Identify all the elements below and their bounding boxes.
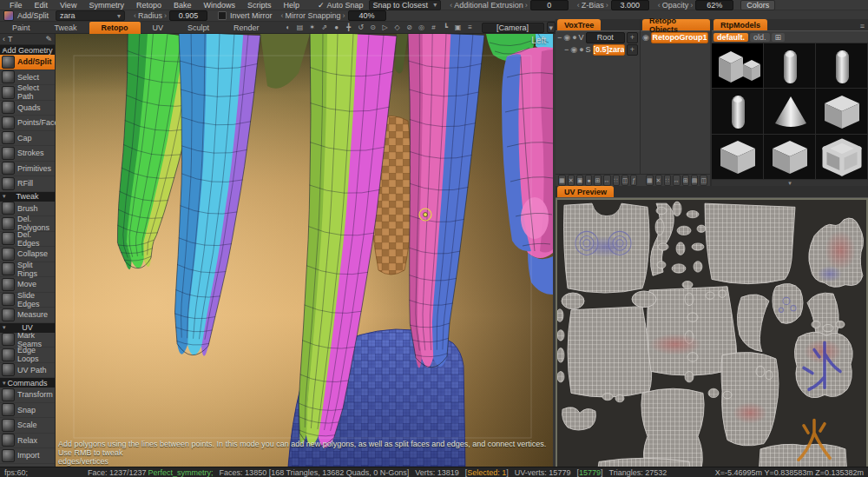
shader-ball-icon[interactable]: ● bbox=[579, 45, 583, 54]
ring-icon[interactable]: ◎ bbox=[418, 23, 426, 31]
frame2-icon[interactable]: ◫ bbox=[700, 175, 707, 186]
menu-retopo[interactable]: Retopo bbox=[130, 1, 168, 10]
auto-snap-checkmark[interactable]: ✓ bbox=[318, 1, 325, 10]
visibility-eye-icon[interactable]: ◉ bbox=[642, 33, 649, 42]
model-thumb-capsule[interactable] bbox=[816, 43, 868, 89]
sidebar-item-quads[interactable]: Quads bbox=[0, 101, 55, 116]
section-add-geometry[interactable]: Add Geometry bbox=[0, 45, 55, 55]
voxtree-layer-name[interactable]: Root bbox=[586, 32, 625, 43]
menu-symmetry[interactable]: Symmetry bbox=[82, 1, 130, 10]
menu-help[interactable]: Help bbox=[277, 1, 306, 10]
section-commands[interactable]: Commands bbox=[0, 378, 55, 388]
model-thumb-cube[interactable] bbox=[712, 135, 764, 180]
panel-menu-icon[interactable]: ≡ bbox=[860, 22, 865, 30]
colors-button[interactable]: Colors bbox=[740, 0, 775, 10]
drop-icon[interactable]: ● bbox=[332, 23, 341, 31]
play-icon[interactable]: ▷ bbox=[381, 23, 390, 31]
sidebar-item-split-rings[interactable]: Split Rings bbox=[0, 262, 55, 278]
sidebar-item-import[interactable]: Import bbox=[0, 448, 55, 464]
grid-icon[interactable]: # bbox=[430, 23, 438, 31]
navigate-icon[interactable]: ⇗ bbox=[320, 23, 329, 31]
more-icon[interactable]: ∷ bbox=[613, 175, 620, 186]
tab-tweak[interactable]: Tweak bbox=[43, 22, 89, 34]
zoom-icon[interactable]: ⊙ bbox=[369, 23, 378, 31]
sidebar-item-rfill[interactable]: RFill bbox=[0, 176, 55, 192]
opacity-field[interactable]: 62% bbox=[695, 0, 733, 10]
subtab-default[interactable]: default. bbox=[713, 33, 748, 42]
section-uv[interactable]: UV bbox=[0, 323, 55, 333]
sidebar-item-transform[interactable]: Transform bbox=[0, 388, 55, 403]
back-icon[interactable]: ‹ bbox=[3, 35, 5, 43]
uv-preview-canvas[interactable] bbox=[556, 198, 868, 477]
subtab-old[interactable]: old. bbox=[750, 33, 770, 42]
model-thumb-capsule[interactable] bbox=[764, 43, 816, 89]
tab-uv[interactable]: UV bbox=[141, 22, 176, 34]
text-tool-icon[interactable]: T bbox=[8, 35, 13, 43]
frame-icon[interactable]: ▣ bbox=[454, 23, 463, 31]
copy-icon[interactable]: ◫ bbox=[621, 175, 629, 186]
retopo-group-row[interactable]: ◉ RetopoGroup1 bbox=[641, 31, 710, 43]
invert-mirror-checkbox[interactable] bbox=[218, 11, 227, 20]
backdrop-icon[interactable]: ▤ bbox=[296, 23, 305, 31]
z-bias-field[interactable]: 3.000 bbox=[611, 0, 649, 10]
preset-dropdown[interactable]: zara ▾ bbox=[56, 10, 125, 21]
swap2-icon[interactable]: ↔ bbox=[673, 175, 681, 186]
radius-field[interactable]: 0.905 bbox=[169, 10, 207, 21]
voxtree-layer-name-selected[interactable]: [0.5]zara bbox=[593, 44, 625, 56]
sidebar-item-uv-path[interactable]: UV Path bbox=[0, 363, 55, 379]
sidebar-item-snap[interactable]: Snap bbox=[0, 403, 55, 419]
invert-mirror-label[interactable]: Invert Mirror bbox=[230, 11, 273, 20]
ruler-icon[interactable]: ┗ bbox=[442, 23, 450, 31]
sidebar-item-slide-edges[interactable]: Slide Edges bbox=[0, 293, 55, 308]
tool-quick-widget[interactable]: ‹ T ✎ bbox=[0, 34, 55, 45]
sidebar-item-points-faces[interactable]: Points/Faces bbox=[0, 116, 55, 131]
section-tweak[interactable]: Tweak bbox=[0, 192, 55, 202]
tab-render[interactable]: Render bbox=[221, 22, 272, 34]
visibility-eye-icon[interactable]: ◉ bbox=[563, 33, 570, 42]
sidebar-item-cap[interactable]: Cap bbox=[0, 131, 55, 147]
new-layer-icon[interactable]: ▦ bbox=[558, 175, 566, 186]
sidebar-item-edge-loops[interactable]: Edge Loops bbox=[0, 348, 55, 363]
contrast-icon[interactable]: ◐ bbox=[284, 23, 293, 31]
swap-icon[interactable]: ↔ bbox=[603, 175, 611, 186]
menu-windows[interactable]: Windows bbox=[197, 1, 241, 10]
shader-ball-icon[interactable]: ● bbox=[572, 33, 576, 42]
opacity-label[interactable]: Opacity bbox=[658, 1, 694, 10]
collapse-icon[interactable]: − bbox=[564, 45, 569, 54]
sidebar-item-scale[interactable]: Scale bbox=[0, 418, 55, 434]
sidebar-item-primitives[interactable]: Primitives bbox=[0, 162, 55, 177]
snap-off-icon[interactable]: ⊘ bbox=[405, 23, 414, 31]
sphere-add-icon[interactable]: ● bbox=[585, 175, 592, 186]
mirror-snapping-field[interactable]: 40% bbox=[348, 10, 386, 21]
sidebar-item-del-edges[interactable]: Del. Edges bbox=[0, 232, 55, 248]
retopo-mesh-canvas[interactable] bbox=[56, 34, 553, 467]
additional-extrusion-label[interactable]: Additional Extrusion bbox=[450, 1, 528, 10]
more2-icon[interactable]: ∷ bbox=[664, 175, 671, 186]
sidebar-item-strokes[interactable]: Strokes bbox=[0, 146, 55, 162]
light-icon[interactable]: ✶ bbox=[308, 23, 317, 31]
sidebar-item-relax[interactable]: Relax bbox=[0, 434, 55, 449]
voxtree-row-zara[interactable]: − ◉ ● S [0.5]zara + bbox=[556, 43, 640, 56]
move-icon[interactable]: ╋ bbox=[345, 23, 353, 31]
layers-icon[interactable]: ≡ bbox=[466, 23, 475, 31]
model-thumb-corner-block[interactable] bbox=[712, 43, 764, 89]
tab-retopo[interactable]: Retopo bbox=[89, 22, 141, 34]
add-child-button[interactable]: + bbox=[627, 32, 638, 43]
tab-rtpmodels[interactable]: RtpModels bbox=[713, 19, 767, 30]
mirror-snapping-label[interactable]: Mirror Snapping bbox=[281, 11, 345, 20]
tab-retopo-objects[interactable]: Retopo Objects bbox=[642, 19, 710, 30]
viewport-3d[interactable]: Left Add polygons using the lines betwee… bbox=[56, 34, 553, 467]
add-child-button[interactable]: + bbox=[627, 44, 638, 56]
grid-scroll-hint[interactable]: ▾ bbox=[712, 180, 868, 186]
model-thumb-cube[interactable] bbox=[816, 89, 868, 134]
collapse-icon[interactable]: − bbox=[557, 33, 562, 42]
sidebar-item-add-split[interactable]: Add/Split bbox=[0, 55, 55, 70]
z-bias-label[interactable]: Z-Bias bbox=[577, 1, 608, 10]
snap-mode-dropdown[interactable]: Snap to Closest ▾ bbox=[369, 0, 442, 10]
model-thumb-capsule[interactable] bbox=[712, 89, 764, 134]
camera-caret-button[interactable]: ▾ bbox=[547, 22, 556, 33]
grid2-icon[interactable]: ▤ bbox=[691, 175, 699, 186]
poly-icon[interactable]: ◇ bbox=[393, 23, 402, 31]
tab-voxtree[interactable]: VoxTree bbox=[557, 19, 601, 30]
merge-icon[interactable]: ⊞ bbox=[594, 175, 601, 186]
